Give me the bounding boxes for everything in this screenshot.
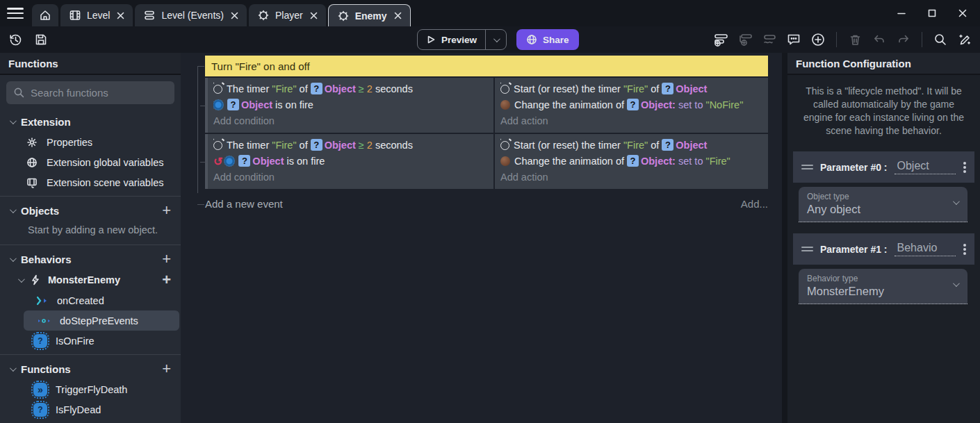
add-more-link[interactable]: Add...	[741, 198, 768, 210]
parameter-label: Parameter #0 :	[820, 162, 888, 173]
sidebar-item-isflydead[interactable]: IsFlyDead	[0, 399, 181, 420]
section-functions[interactable]: Functions +	[0, 358, 181, 379]
add-function-button[interactable]: +	[162, 361, 171, 376]
add-behavior-button[interactable]: +	[162, 251, 171, 267]
conditions-cell[interactable]: The timer "Fire" of ?Object ≥ 2 seconds …	[208, 78, 493, 133]
sidebar-item-oncreated[interactable]: onCreated	[0, 290, 181, 310]
maximize-button[interactable]	[927, 8, 937, 18]
add-object-button[interactable]: +	[162, 203, 171, 218]
minimize-button[interactable]	[897, 8, 906, 18]
tab-player[interactable]: Player	[249, 4, 326, 26]
edit-extension-icon[interactable]	[956, 31, 973, 48]
event-row[interactable]: The timer "Fire" of ?Object ≥ 2 seconds …	[205, 134, 768, 189]
add-new-event-link[interactable]: Add a new event	[205, 198, 283, 210]
event-tree-rail	[197, 66, 198, 193]
add-condition-link[interactable]: Add condition	[213, 169, 488, 185]
gear-fast-icon	[33, 383, 47, 397]
redo-icon[interactable]	[895, 31, 912, 48]
chevron-down-icon	[18, 276, 25, 283]
condition-line[interactable]: ?Object is on fire	[213, 97, 488, 113]
close-tab-icon[interactable]	[117, 12, 124, 19]
choose-add-event-icon[interactable]	[810, 31, 826, 48]
sidebar-item-extension-scene-variables[interactable]: Extension scene variables	[0, 172, 181, 192]
close-window-button[interactable]	[958, 8, 967, 18]
condition-line[interactable]: ↺?Object is on fire	[213, 154, 488, 169]
object-type-select[interactable]: Object type Any object	[799, 187, 967, 222]
select-value: MonsterEnemy	[807, 285, 959, 298]
chevron-down-icon	[10, 365, 17, 372]
search-functions-input[interactable]	[31, 87, 168, 99]
search-icon	[13, 87, 25, 99]
lifecycle-arrows-icon	[36, 296, 49, 306]
close-tab-icon[interactable]	[231, 12, 238, 19]
tab-level[interactable]: Level	[60, 4, 133, 26]
add-subevent-icon[interactable]	[737, 31, 753, 48]
tab-home[interactable]	[32, 4, 58, 26]
condition-line[interactable]: The timer "Fire" of ?Object ≥ 2 seconds	[213, 138, 488, 154]
share-button[interactable]: Share	[516, 29, 579, 50]
globe-icon	[526, 34, 537, 45]
item-label: Extension scene variables	[47, 177, 163, 188]
sidebar-item-extension-global-variables[interactable]: Extension global variables	[0, 152, 181, 172]
event-row[interactable]: The timer "Fire" of ?Object ≥ 2 seconds …	[205, 78, 768, 133]
search-functions-box[interactable]	[6, 81, 174, 104]
drag-handle-icon[interactable]	[801, 247, 813, 251]
kebab-menu-icon[interactable]	[963, 166, 966, 169]
chevron-down-icon	[10, 117, 17, 124]
parameter-row-1[interactable]: Parameter #1 : Behavio	[793, 233, 974, 265]
preview-options-dropdown[interactable]	[485, 30, 506, 49]
hamburger-menu-icon[interactable]	[7, 8, 24, 19]
add-behavior-function-button[interactable]: +	[162, 272, 171, 288]
share-label: Share	[543, 35, 569, 45]
lifecycle-description: This is a "lifecycle method". It will be…	[787, 75, 980, 144]
section-objects[interactable]: Objects +	[0, 200, 181, 221]
action-line[interactable]: Change the animation of ?Object: set to …	[500, 154, 762, 169]
add-action-link[interactable]: Add action	[500, 169, 762, 185]
conditions-cell[interactable]: The timer "Fire" of ?Object ≥ 2 seconds …	[208, 134, 493, 189]
add-condition-link[interactable]: Add condition	[213, 113, 488, 128]
tab-label: Level	[87, 10, 110, 21]
extension-icon	[337, 10, 350, 22]
parameter-row-0[interactable]: Parameter #0 : Object	[793, 151, 974, 183]
action-line[interactable]: Change the animation of ?Object: set to …	[500, 97, 762, 113]
parameter-name-input[interactable]: Behavio	[895, 242, 956, 256]
section-extension[interactable]: Extension	[0, 111, 181, 132]
actions-cell[interactable]: Start (or reset) the timer "Fire" of ?Ob…	[495, 78, 768, 133]
kebab-menu-icon[interactable]	[963, 248, 966, 251]
scene-variables-icon	[26, 176, 38, 189]
add-other-event-icon[interactable]	[761, 31, 778, 48]
save-icon[interactable]	[34, 33, 48, 47]
close-tab-icon[interactable]	[310, 12, 318, 19]
preview-button[interactable]: Preview	[418, 35, 485, 45]
add-action-link[interactable]: Add action	[500, 113, 762, 128]
sidebar-item-isonfire[interactable]: IsOnFire	[0, 331, 181, 351]
home-icon	[39, 9, 51, 22]
behavior-type-select[interactable]: Behavior type MonsterEnemy	[799, 269, 967, 304]
tab-level-events[interactable]: Level (Events)	[135, 4, 246, 26]
chevron-down-icon	[10, 255, 17, 262]
close-tab-icon[interactable]	[394, 12, 402, 19]
add-comment-icon[interactable]	[785, 31, 802, 48]
action-line[interactable]: Start (or reset) the timer "Fire" of ?Ob…	[500, 138, 762, 154]
parameter-name-input[interactable]: Object	[895, 160, 956, 174]
event-comment[interactable]: Turn "Fire" on and off	[205, 56, 768, 76]
delete-icon[interactable]	[847, 31, 863, 48]
item-label: TriggerFlyDeath	[56, 384, 127, 395]
sidebar-item-dosteppreevents[interactable]: doStepPreEvents	[24, 310, 179, 331]
condition-line[interactable]: The timer "Fire" of ?Object ≥ 2 seconds	[213, 81, 488, 97]
section-behaviors[interactable]: Behaviors +	[0, 249, 181, 269]
add-event-icon[interactable]	[712, 31, 729, 48]
item-label: doStepPreEvents	[60, 315, 138, 326]
search-icon[interactable]	[932, 31, 949, 48]
behavior-monsterenemy[interactable]: MonsterEnemy +	[0, 269, 181, 290]
tab-enemy[interactable]: Enemy	[328, 4, 411, 26]
actions-cell[interactable]: Start (or reset) the timer "Fire" of ?Ob…	[495, 134, 768, 189]
action-line[interactable]: Start (or reset) the timer "Fire" of ?Ob…	[500, 81, 762, 97]
drag-handle-icon[interactable]	[801, 165, 813, 169]
sidebar-item-properties[interactable]: Properties	[0, 132, 181, 152]
tab-label: Player	[275, 10, 303, 21]
preview-button-group: Preview	[417, 29, 507, 50]
sidebar-item-triggerflydeath[interactable]: TriggerFlyDeath	[0, 379, 181, 399]
version-history-icon[interactable]	[8, 33, 23, 47]
undo-icon[interactable]	[871, 31, 888, 48]
